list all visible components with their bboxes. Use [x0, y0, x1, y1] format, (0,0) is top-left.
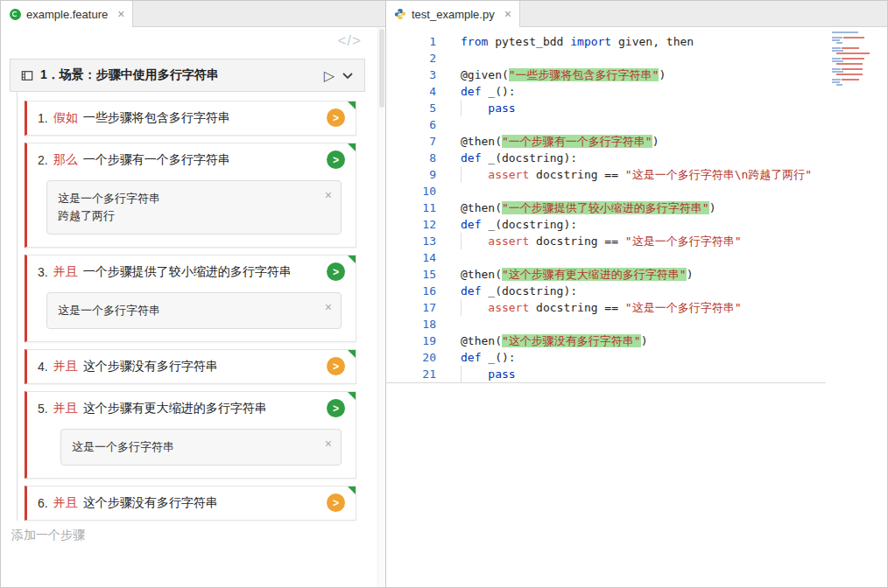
close-tab-icon[interactable]: ×	[504, 7, 511, 21]
docstring-box[interactable]: 这是一个多行字符串×	[60, 429, 342, 466]
code-text: def _():	[461, 83, 887, 100]
line-number: 8	[386, 150, 436, 166]
collapse-chevron-icon[interactable]	[342, 72, 354, 80]
tab-label: test_example.py	[412, 8, 495, 21]
code-text: @then("一个步骤提供了较小缩进的多行字符串")	[461, 200, 887, 216]
code-line[interactable]: 6	[386, 116, 887, 133]
code-line[interactable]: 5 pass	[386, 100, 887, 116]
step-row[interactable]: 6.并且这个步骤没有多行字符串	[27, 486, 356, 520]
step-number: 2.	[38, 153, 48, 167]
code-pane: test_example.py × 1from pytest_bdd impor…	[386, 1, 887, 587]
run-scenario-button[interactable]: ▷	[324, 67, 335, 84]
code-text: @given("一些步骤将包含多行字符串")	[461, 66, 887, 83]
code-line[interactable]: 21 pass	[386, 366, 887, 382]
step-status-badge[interactable]: >	[327, 357, 345, 375]
close-tab-icon[interactable]: ×	[117, 7, 124, 21]
code-line[interactable]: 12def _(docstring):	[386, 216, 887, 233]
step-card[interactable]: 6.并且这个步骤没有多行字符串>	[25, 486, 356, 521]
tab-test-example-py[interactable]: test_example.py ×	[386, 1, 520, 27]
minimap-mark	[842, 79, 859, 80]
remove-docstring-icon[interactable]: ×	[325, 298, 332, 316]
step-card[interactable]: 5.并且这个步骤有更大缩进的多行字符串>这是一个多行字符串×	[25, 391, 356, 479]
minimap-mark	[842, 58, 864, 60]
step-keyword: 并且	[53, 495, 78, 511]
step-status-badge[interactable]: >	[327, 150, 345, 169]
minimap[interactable]	[831, 30, 885, 88]
left-scrollbar[interactable]	[377, 27, 385, 587]
line-number: 19	[386, 332, 436, 349]
code-line[interactable]: 4def _():	[386, 83, 887, 100]
code-line[interactable]: 7@then("一个步骤有一个多行字符串")	[386, 133, 887, 150]
step-card[interactable]: 4.并且这个步骤没有多行字符串>	[25, 349, 356, 384]
line-number: 13	[386, 233, 436, 249]
code-line[interactable]: 14	[386, 249, 887, 266]
docstring-box[interactable]: 这是一个多行字符串 跨越了两行×	[46, 180, 342, 234]
step-row[interactable]: 3.并且一个步骤提供了较小缩进的多行字符串	[27, 256, 356, 289]
code-line[interactable]: 2	[386, 50, 887, 66]
line-number: 4	[386, 83, 436, 100]
scenario-header[interactable]: 1．场景：步骤中使用多行字符串 ▷	[10, 59, 365, 92]
step-card[interactable]: 2.那么一个步骤有一个多行字符串>这是一个多行字符串 跨越了两行×	[25, 143, 356, 248]
code-text: pass	[461, 366, 887, 382]
step-text: 一个步骤有一个多行字符串	[83, 152, 230, 168]
code-line[interactable]: 19@then("这个步骤没有多行字符串")	[386, 332, 887, 349]
code-line[interactable]: 9 assert docstring == "这是一个多行字符串\n跨越了两行"	[386, 166, 887, 183]
minimap-mark	[836, 42, 842, 44]
feature-editor: </> 1．场景：步骤中使用多行字符串 ▷ 1.假如一些步骤将包含多行字符串>2…	[1, 27, 377, 587]
minimap-mark	[832, 32, 858, 33]
code-text: def _(docstring):	[461, 283, 887, 299]
code-line[interactable]: 10	[386, 183, 887, 200]
scenario-icon	[21, 69, 33, 81]
step-status-badge[interactable]: >	[327, 262, 345, 281]
step-status-badge[interactable]: >	[327, 494, 345, 512]
minimap-mark	[842, 47, 859, 49]
code-line[interactable]: 1from pytest_bdd import given, then	[386, 33, 887, 50]
step-card[interactable]: 1.假如一些步骤将包含多行字符串>	[25, 101, 356, 136]
code-line[interactable]: 18	[386, 316, 887, 332]
code-text: pass	[461, 100, 887, 116]
minimap-line	[832, 34, 884, 36]
modified-marker-icon	[348, 102, 356, 109]
line-number: 3	[386, 66, 436, 83]
code-line[interactable]: 17 assert docstring == "这是一个多行字符串"	[386, 299, 887, 316]
line-number: 11	[386, 200, 436, 216]
code-line[interactable]: 15@then("这个步骤有更大缩进的多行字符串")	[386, 266, 887, 283]
code-line[interactable]: 11@then("一个步骤提供了较小缩进的多行字符串")	[386, 200, 887, 216]
minimap-mark	[832, 79, 841, 80]
code-text	[461, 249, 887, 266]
scrollbar-thumb[interactable]	[379, 29, 384, 108]
minimap-mark	[836, 52, 870, 54]
minimap-line	[832, 45, 884, 46]
remove-docstring-icon[interactable]: ×	[325, 435, 332, 452]
step-row[interactable]: 5.并且这个步骤有更大缩进的多行字符串	[27, 392, 356, 425]
minimap-line	[832, 37, 884, 38]
minimap-mark	[836, 84, 842, 86]
minimap-line	[832, 58, 884, 60]
step-status-badge[interactable]: >	[327, 399, 345, 417]
code-line[interactable]: 16def _(docstring):	[386, 283, 887, 299]
docstring-box[interactable]: 这是一个多行字符串×	[46, 292, 342, 329]
minimap-mark	[842, 68, 863, 70]
code-line[interactable]: 3@given("一些步骤将包含多行字符串")	[386, 66, 887, 83]
tab-example-feature[interactable]: example.feature ×	[1, 1, 133, 27]
remove-docstring-icon[interactable]: ×	[325, 186, 332, 204]
line-number: 14	[386, 249, 436, 266]
code-view-icon[interactable]: </>	[337, 32, 362, 50]
step-keyword: 假如	[53, 110, 78, 126]
code-editor[interactable]: 1from pytest_bdd import given, then23@gi…	[386, 27, 887, 587]
code-line[interactable]: 20def _():	[386, 349, 887, 366]
code-line[interactable]: 8def _(docstring):	[386, 150, 887, 166]
add-step-input[interactable]: 添加一个步骤	[11, 528, 377, 543]
tab-label: example.feature	[26, 8, 108, 21]
minimap-mark	[832, 39, 840, 41]
line-number: 15	[386, 266, 436, 283]
step-card[interactable]: 3.并且一个步骤提供了较小缩进的多行字符串>这是一个多行字符串×	[25, 255, 356, 342]
step-status-badge[interactable]: >	[327, 108, 345, 127]
code-line[interactable]: 13 assert docstring == "这是一个多行字符串"	[386, 233, 887, 249]
step-row[interactable]: 4.并且这个步骤没有多行字符串	[27, 350, 356, 383]
step-row[interactable]: 2.那么一个步骤有一个多行字符串	[27, 144, 356, 177]
step-keyword: 那么	[53, 152, 78, 168]
step-number: 4.	[38, 360, 48, 374]
minimap-mark	[832, 37, 842, 38]
step-row[interactable]: 1.假如一些步骤将包含多行字符串	[27, 102, 356, 135]
